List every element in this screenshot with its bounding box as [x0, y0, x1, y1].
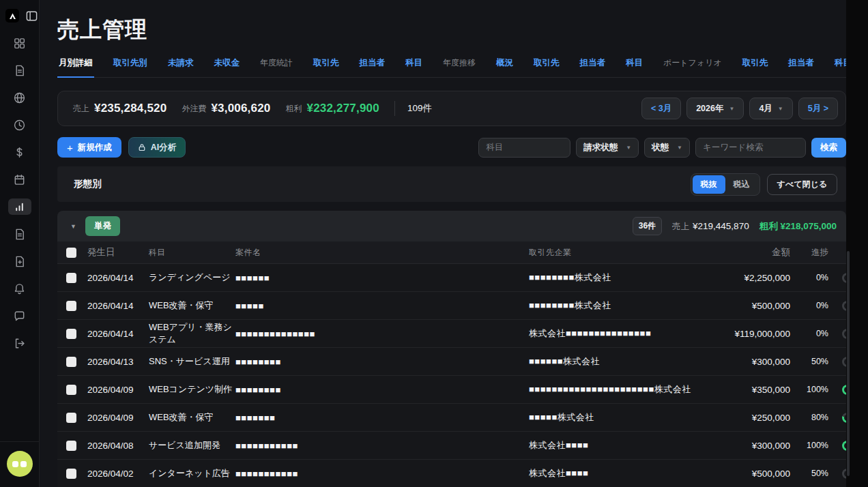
- header-category: 科目: [149, 247, 235, 259]
- group-profit-value: 粗利 ¥218,075,000: [760, 220, 837, 233]
- summary-bar: 売上 ¥235,284,520 外注費 ¥3,006,620 粗利 ¥232,2…: [57, 91, 846, 126]
- tab-15[interactable]: 担当者: [787, 57, 815, 77]
- tab-6[interactable]: 担当者: [358, 57, 387, 77]
- cell-company: 株式会社■■■■■■■■■■■■■■■: [529, 327, 701, 340]
- next-month-button[interactable]: 5月 >: [798, 98, 838, 119]
- sidebar: [0, 0, 40, 487]
- header-amount: 金額: [701, 246, 790, 259]
- table-row[interactable]: 2026/04/13 SNS・サービス運用 ■■■■■■■■ ■■■■■■株式会…: [57, 348, 846, 376]
- invoice-status-select[interactable]: 請求状態▼: [576, 138, 639, 158]
- group-header[interactable]: ▼ 単発 36件 売上¥219,445,870 粗利 ¥218,075,000: [57, 211, 846, 241]
- divider: [394, 101, 395, 116]
- nav-bar-chart-icon[interactable]: [8, 198, 31, 215]
- create-new-button[interactable]: + 新規作成: [57, 137, 121, 158]
- cell-date: 2026/04/13: [87, 357, 149, 367]
- cell-amount: ¥500,000: [701, 301, 790, 311]
- tab-0[interactable]: 月別詳細: [57, 57, 94, 78]
- date-nav: < 3月 2026年▼ 4月▼ 5月 >: [641, 98, 838, 119]
- keyword-search-input[interactable]: [695, 138, 806, 158]
- cell-date: 2026/04/02: [87, 469, 149, 479]
- cell-amount: ¥119,000,000: [701, 329, 790, 339]
- nav-calendar-icon[interactable]: [8, 171, 31, 188]
- row-checkbox[interactable]: [66, 441, 76, 451]
- category-filter-input[interactable]: [478, 138, 570, 158]
- tab-10[interactable]: 取引先: [532, 57, 561, 77]
- cell-category: ランディングページ: [149, 271, 235, 284]
- table-row[interactable]: 2026/04/14 WEBアプリ・業務システム ■■■■■■■■■■■■■■ …: [57, 320, 846, 348]
- tab-1[interactable]: 取引先別: [112, 57, 149, 77]
- table-row[interactable]: 2026/04/02 インターネット広告 ■■■■■■■■■■■ 株式会社■■■…: [57, 460, 846, 487]
- chevron-down-icon: ▼: [626, 145, 631, 151]
- cell-amount: ¥2,250,000: [701, 273, 790, 283]
- tab-11[interactable]: 担当者: [579, 57, 607, 77]
- table-row[interactable]: 2026/04/09 WEBコンテンツ制作 ■■■■■■■■ ■■■■■■■■■…: [57, 376, 846, 404]
- nav-dollar-icon[interactable]: [8, 144, 31, 160]
- table-row[interactable]: 2026/04/14 WEB改善・保守 ■■■■■ ■■■■■■■■株式会社 ¥…: [57, 292, 846, 320]
- cell-progress: 80%: [790, 413, 828, 422]
- nav-chat-icon[interactable]: [8, 308, 31, 324]
- header-project: 案件名: [235, 247, 529, 259]
- ai-analysis-button[interactable]: AI分析: [128, 137, 186, 158]
- tax-excluded-toggle[interactable]: 税抜: [693, 175, 725, 194]
- row-checkbox[interactable]: [66, 413, 76, 423]
- tab-2[interactable]: 未請求: [167, 57, 195, 77]
- record-count: 109件: [407, 102, 432, 115]
- tab-5[interactable]: 取引先: [312, 57, 341, 77]
- table-row[interactable]: 2026/04/09 WEB改善・保守 ■■■■■■■ ■■■■■株式会社 ¥2…: [57, 404, 846, 432]
- nav-globe-icon[interactable]: [8, 89, 31, 106]
- search-button[interactable]: 検索: [811, 138, 846, 158]
- tab-14[interactable]: 取引先: [741, 57, 770, 77]
- scrollbar-thumb[interactable]: [847, 251, 850, 476]
- nav-document-report-icon[interactable]: [8, 226, 31, 242]
- row-checkbox[interactable]: [66, 357, 76, 367]
- row-checkbox[interactable]: [66, 469, 76, 479]
- collapse-caret-icon[interactable]: ▼: [70, 223, 76, 230]
- nav-bell-icon[interactable]: [8, 280, 31, 297]
- table-row[interactable]: 2026/04/14 ランディングページ ■■■■■■ ■■■■■■■■株式会社…: [57, 264, 846, 292]
- nav-dashboard-grid-icon[interactable]: [8, 35, 31, 51]
- cell-company: ■■■■■株式会社: [529, 411, 701, 424]
- profit-value: ¥232,277,900: [307, 102, 379, 115]
- sidebar-toggle-icon[interactable]: [25, 10, 38, 23]
- year-dropdown[interactable]: 2026年▼: [686, 98, 744, 119]
- nav-logout-icon[interactable]: [8, 335, 31, 351]
- outsourcing-label: 外注費: [182, 103, 206, 115]
- nav-document-icon[interactable]: [8, 62, 31, 78]
- nav-clock-icon[interactable]: [8, 117, 31, 133]
- tab-4: 年度統計: [259, 57, 294, 77]
- cell-company: ■■■■■■■■■■■■■■■■■■■■■■株式会社: [529, 383, 701, 396]
- group-summary: 36件 売上¥219,445,870 粗利 ¥218,075,000: [633, 217, 837, 235]
- tab-12[interactable]: 科目: [624, 57, 644, 77]
- collapse-all-button[interactable]: すべて閉じる: [767, 174, 837, 195]
- row-checkbox[interactable]: [66, 329, 76, 339]
- app-logo[interactable]: [5, 9, 19, 23]
- tab-9[interactable]: 概況: [495, 57, 515, 77]
- section-header: 形態別 税抜 税込 すべて閉じる: [57, 166, 846, 202]
- cell-project-name: ■■■■■■■■: [235, 357, 529, 367]
- cell-project-name: ■■■■■■■■: [235, 385, 529, 395]
- table-body: 2026/04/14 ランディングページ ■■■■■■ ■■■■■■■■株式会社…: [57, 264, 846, 487]
- table-row[interactable]: 2026/04/08 サービス追加開発 ■■■■■■■■■■■ 株式会社■■■■…: [57, 432, 846, 460]
- tab-3[interactable]: 未収金: [213, 57, 242, 77]
- tax-included-toggle[interactable]: 税込: [725, 175, 758, 194]
- cell-company: ■■■■■■■■株式会社: [529, 299, 701, 312]
- status-select[interactable]: 状態▼: [644, 138, 690, 158]
- group-sales-label: 売上: [672, 222, 689, 231]
- nav-document-add-icon[interactable]: [8, 253, 31, 269]
- cell-date: 2026/04/14: [87, 329, 149, 339]
- prev-month-button[interactable]: < 3月: [641, 98, 681, 119]
- row-checkbox[interactable]: [66, 273, 76, 283]
- select-all-checkbox[interactable]: [66, 248, 76, 258]
- cell-category: WEB改善・保守: [149, 411, 235, 424]
- user-avatar[interactable]: [7, 451, 33, 477]
- profit-label: 粗利: [286, 103, 302, 115]
- row-checkbox[interactable]: [66, 385, 76, 395]
- cell-category: WEB改善・保守: [149, 299, 235, 312]
- cell-project-name: ■■■■■■: [235, 273, 529, 283]
- tab-13: ポートフォリオ: [662, 57, 723, 77]
- row-checkbox[interactable]: [66, 301, 76, 311]
- cell-project-name: ■■■■■■■■■■■: [235, 441, 529, 451]
- cell-amount: ¥300,000: [701, 441, 790, 451]
- month-dropdown[interactable]: 4月▼: [749, 98, 792, 119]
- tab-7[interactable]: 科目: [404, 57, 424, 77]
